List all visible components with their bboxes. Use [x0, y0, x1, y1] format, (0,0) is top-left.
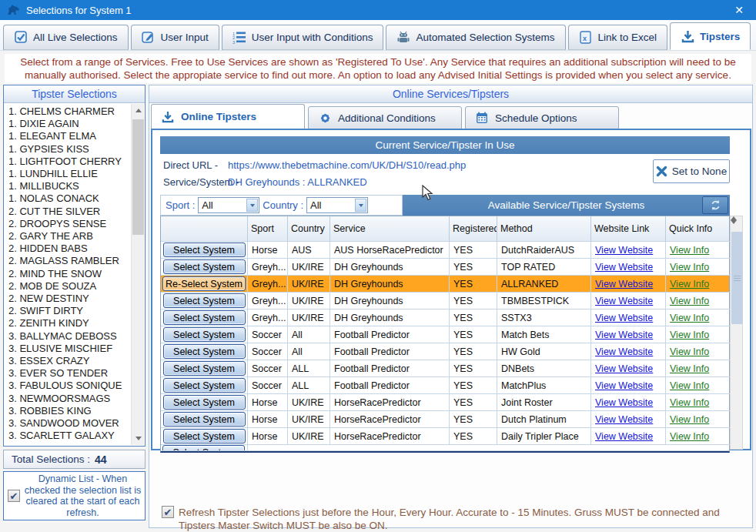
select-system-button[interactable]: Select System [163, 395, 246, 410]
list-item[interactable]: 2. DROOPYS SENSE [8, 218, 131, 230]
tab-user-input-with-conditions[interactable]: 123 User Input with Conditions [222, 25, 384, 50]
table-row: Select SystemHorseUK/IREHorseRacePredict… [161, 394, 729, 411]
list-item[interactable]: 1. GYPSIES KISS [8, 143, 131, 156]
view-info-link[interactable]: View Info [670, 330, 709, 340]
list-item[interactable]: 1. MILLIBUCKS [8, 180, 131, 192]
select-system-button[interactable]: Select System [163, 429, 246, 443]
list-item[interactable]: 3. ELUSIVE MISCHIEF [8, 343, 131, 355]
list-item[interactable]: 1. DIXIE AGAIN [8, 118, 131, 130]
list-item[interactable]: 2. CUT THE SILVER [8, 206, 131, 218]
list-item[interactable]: 3. BALLYMAC DEBOSS [8, 330, 131, 343]
view-info-link[interactable]: View Info [670, 313, 709, 323]
view-website-link[interactable]: View Website [595, 245, 653, 256]
list-item[interactable]: 2. MAGLASS RAMBLER [8, 255, 131, 267]
list-item[interactable]: 3. SANDWOOD MOVER [8, 417, 131, 430]
list-item[interactable]: 3. EVER SO TENDER [8, 367, 131, 380]
view-website-link[interactable]: View Website [595, 262, 653, 273]
view-info-link[interactable]: View Info [670, 262, 709, 273]
reselect-system-button[interactable]: Re-Select System [162, 276, 246, 291]
list-item[interactable]: 1. ELEGANT ELMA [8, 130, 131, 142]
scroll-down-icon[interactable] [731, 220, 742, 224]
refresh-note-checkbox[interactable]: ✔ [162, 506, 174, 518]
sport-select[interactable]: All [198, 197, 259, 213]
list-item[interactable]: 3. ESSEX CRAZY [8, 355, 131, 367]
tab-link-to-excel[interactable]: x Link to Excel [568, 25, 668, 50]
subtab-additional-conditions[interactable]: Additional Conditions [308, 106, 462, 129]
chevron-down-icon[interactable] [246, 199, 258, 212]
cell-country: AUS [288, 242, 330, 259]
view-website-link[interactable]: View Website [595, 363, 653, 374]
tab-automated-selection-systems[interactable]: Automated Selection Systems [386, 25, 565, 50]
view-info-link[interactable]: View Info [670, 431, 709, 442]
view-info-link[interactable]: View Info [670, 296, 709, 306]
chevron-down-icon[interactable] [355, 199, 366, 212]
column-header: Service [330, 216, 450, 242]
view-info-link[interactable]: View Info [670, 346, 709, 357]
list-item[interactable]: 2. GARY THE ARB [8, 230, 131, 243]
select-system-button[interactable]: Select System [163, 293, 246, 308]
country-select[interactable]: All [306, 197, 368, 213]
select-system-button[interactable]: Select System [162, 445, 245, 451]
tab-tipsters[interactable]: Tipsters [670, 22, 751, 50]
cell-info: View Info [666, 411, 731, 428]
refresh-list-button[interactable] [702, 196, 728, 214]
select-system-button[interactable]: Select System [163, 361, 246, 376]
table-scrollbar[interactable] [730, 216, 743, 450]
tab-user-input[interactable]: User Input [131, 25, 219, 50]
view-website-link[interactable]: View Website [595, 431, 653, 442]
view-info-link[interactable]: View Info [670, 397, 709, 408]
subtab-schedule-options[interactable]: Schedule Options [465, 106, 619, 129]
tab-label: Automated Selection Systems [416, 32, 554, 43]
sub-tab-strip: Online Tipsters Additional Conditions Sc… [151, 104, 622, 129]
select-system-button[interactable]: Select System [163, 310, 246, 325]
cell-country: All [288, 343, 330, 360]
list-item[interactable]: 2. NEW DESTINY [8, 293, 131, 305]
cell-service: DH Greyhounds [330, 293, 450, 309]
select-system-button[interactable]: Select System [163, 412, 246, 427]
subtab-online-tipsters[interactable]: Online Tipsters [151, 104, 305, 129]
view-website-link[interactable]: View Website [595, 296, 653, 306]
scroll-down-icon[interactable] [132, 432, 145, 445]
close-icon[interactable]: ✕ [728, 4, 750, 16]
list-item[interactable]: 3. ROBBIES KING [8, 405, 131, 417]
view-website-link[interactable]: View Website [595, 279, 653, 289]
view-info-link[interactable]: View Info [670, 380, 709, 391]
select-system-button[interactable]: Select System [163, 243, 246, 257]
tab-all-live-selections[interactable]: All Live Selections [3, 25, 129, 50]
list-item[interactable]: 2. MIND THE SNOW [8, 268, 131, 280]
list-item[interactable]: 3. FABULOUS SONIQUE [8, 380, 131, 392]
view-website-link[interactable]: View Website [595, 313, 653, 323]
list-item[interactable]: 1. LIGHTFOOT CHERRY [8, 156, 131, 168]
list-item[interactable]: 3. SCARLETT GALAXY [8, 430, 131, 442]
view-info-link[interactable]: View Info [670, 245, 709, 256]
select-system-button[interactable]: Select System [163, 327, 246, 342]
set-to-none-button[interactable]: Set to None [653, 159, 730, 183]
list-item[interactable]: 2. ZENITH KINDY [8, 317, 131, 330]
select-system-button[interactable]: Select System [163, 344, 246, 359]
cell-info: View Info [666, 259, 731, 276]
cell-registered: YES [450, 394, 497, 411]
dynamic-list-checkbox[interactable]: ✔ [8, 490, 20, 502]
list-item[interactable]: 1. LUNDHILL ELLIE [8, 168, 131, 180]
view-website-link[interactable]: View Website [595, 414, 653, 425]
view-info-link[interactable]: View Info [670, 279, 709, 289]
list-item[interactable]: 1. CHELMS CHARMER [8, 105, 131, 118]
select-system-button[interactable]: Select System [163, 378, 246, 393]
view-website-link[interactable]: View Website [595, 397, 653, 408]
tab-label: Tipsters [700, 31, 740, 42]
view-website-link[interactable]: View Website [595, 380, 653, 391]
view-website-link[interactable]: View Website [595, 346, 653, 357]
scroll-up-icon[interactable] [132, 104, 145, 117]
sidebar-scrollbar[interactable] [131, 104, 144, 445]
scroll-thumb[interactable] [132, 119, 144, 235]
list-item[interactable]: 2. HIDDEN BABS [8, 243, 131, 255]
list-item[interactable]: 3. NEWMOORSMAGS [8, 393, 131, 405]
list-item[interactable]: 2. MOB DE SOUZA [8, 280, 131, 293]
view-info-link[interactable]: View Info [670, 414, 709, 425]
view-info-link[interactable]: View Info [670, 363, 709, 374]
scroll-thumb[interactable] [731, 232, 743, 324]
select-system-button[interactable]: Select System [163, 259, 246, 274]
view-website-link[interactable]: View Website [595, 330, 653, 340]
list-item[interactable]: 1. NOLAS CONACK [8, 192, 131, 205]
list-item[interactable]: 2. SWIFT DIRTY [8, 305, 131, 317]
